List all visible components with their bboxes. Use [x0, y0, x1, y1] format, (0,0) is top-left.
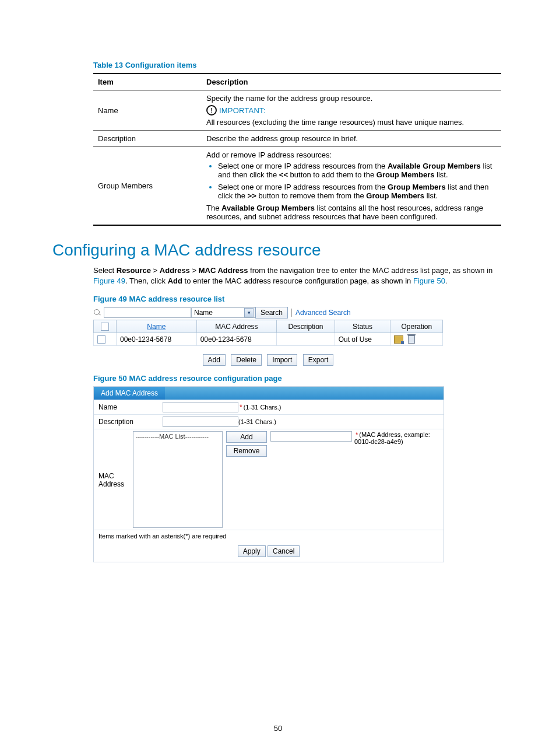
row-mac: 00e0-1234-5678 — [196, 333, 277, 346]
row-name: 00e0-1234-5678 — [117, 333, 197, 346]
important-icon: ! — [206, 105, 217, 116]
name-hint: (1-31 Chars.) — [244, 404, 281, 411]
name-label: Name — [98, 403, 163, 411]
col-mac: MAC Address — [196, 320, 277, 333]
search-icon — [93, 309, 101, 317]
required-note: Items marked with an asterisk(*) are req… — [94, 530, 444, 542]
mac-remove-button[interactable]: Remove — [226, 445, 267, 457]
table13-gm-bullet2: Select one or more IP address resources … — [218, 183, 497, 200]
advanced-search-link[interactable]: Advanced Search — [291, 309, 351, 317]
table13-caption: Table 13 Configuration items — [93, 61, 504, 69]
table13-name-item: Name — [93, 90, 202, 131]
section-heading: Configuring a MAC address resource — [52, 241, 504, 260]
mac-address-label: MAC Address — [98, 431, 133, 488]
add-button[interactable]: Add — [203, 354, 226, 366]
table13-name-line2: All resources (excluding the time range … — [206, 118, 497, 127]
mac-hint: *(MAC Address, example: 0010-dc28-a4e9) — [354, 431, 439, 445]
figure49: Name ▾ Search Advanced Search Name MAC A… — [93, 307, 443, 366]
table13-gm-item: Group Members — [93, 147, 202, 226]
row-status: Out of Use — [335, 333, 390, 346]
table13-header-desc: Description — [202, 74, 501, 90]
figure50-link[interactable]: Figure 50 — [413, 276, 445, 285]
table13: Item Description Name Specify the name f… — [93, 73, 501, 226]
edit-icon[interactable] — [394, 335, 403, 344]
table13-desc-item: Description — [93, 131, 202, 147]
col-status: Status — [335, 320, 390, 333]
mac-add-button[interactable]: Add — [226, 431, 267, 443]
select-all-checkbox[interactable] — [101, 323, 109, 331]
search-field-select[interactable]: Name ▾ — [191, 307, 255, 318]
table13-header-item: Item — [93, 74, 202, 90]
delete-button[interactable]: Delete — [231, 354, 262, 366]
mac-list-table: Name MAC Address Description Status Oper… — [93, 320, 443, 346]
search-button[interactable]: Search — [255, 307, 288, 318]
table13-gm-bullet1: Select one or more IP address resources … — [218, 162, 497, 179]
page-number: 50 — [0, 724, 556, 733]
table13-desc-text: Describe the address group resource in b… — [202, 131, 501, 147]
section-paragraph: Select Resource > Address > MAC Address … — [93, 265, 501, 286]
important-label: IMPORTANT: — [219, 106, 266, 115]
col-desc: Description — [277, 320, 335, 333]
apply-button[interactable]: Apply — [238, 545, 266, 557]
col-operation: Operation — [390, 320, 443, 333]
description-field[interactable] — [163, 416, 238, 427]
description-hint: (1-31 Chars.) — [238, 418, 276, 425]
description-label: Description — [98, 418, 163, 426]
required-asterisk: * — [240, 403, 242, 411]
import-button[interactable]: Import — [267, 354, 297, 366]
add-mac-tab[interactable]: Add MAC Address — [94, 387, 165, 400]
figure50-caption: Figure 50 MAC address resource configura… — [93, 374, 504, 383]
delete-icon[interactable] — [408, 335, 415, 344]
search-field-label: Name — [194, 309, 213, 317]
figure49-caption: Figure 49 MAC address resource list — [93, 295, 504, 303]
name-field[interactable] — [163, 402, 238, 412]
row-checkbox[interactable] — [97, 335, 105, 344]
table13-gm-line2: The Available Group Members list contain… — [206, 204, 497, 221]
figure50: Add MAC Address Name * (1-31 Chars.) Des… — [93, 386, 444, 562]
chevron-down-icon: ▾ — [244, 308, 254, 317]
search-input[interactable] — [104, 307, 191, 318]
mac-list-header: -----------MAC List----------- — [136, 433, 220, 440]
table13-name-line1: Specify the name for the address group r… — [206, 94, 497, 103]
row-desc — [277, 333, 335, 346]
cancel-button[interactable]: Cancel — [268, 545, 300, 557]
export-button[interactable]: Export — [303, 354, 334, 366]
table-row: 00e0-1234-5678 00e0-1234-5678 Out of Use — [94, 333, 443, 346]
mac-listbox[interactable]: -----------MAC List----------- — [133, 431, 223, 528]
table13-gm-line1: Add or remove IP address resources: — [206, 150, 497, 159]
col-name[interactable]: Name — [117, 320, 197, 333]
mac-input[interactable] — [270, 431, 352, 442]
figure49-link[interactable]: Figure 49 — [93, 276, 125, 285]
